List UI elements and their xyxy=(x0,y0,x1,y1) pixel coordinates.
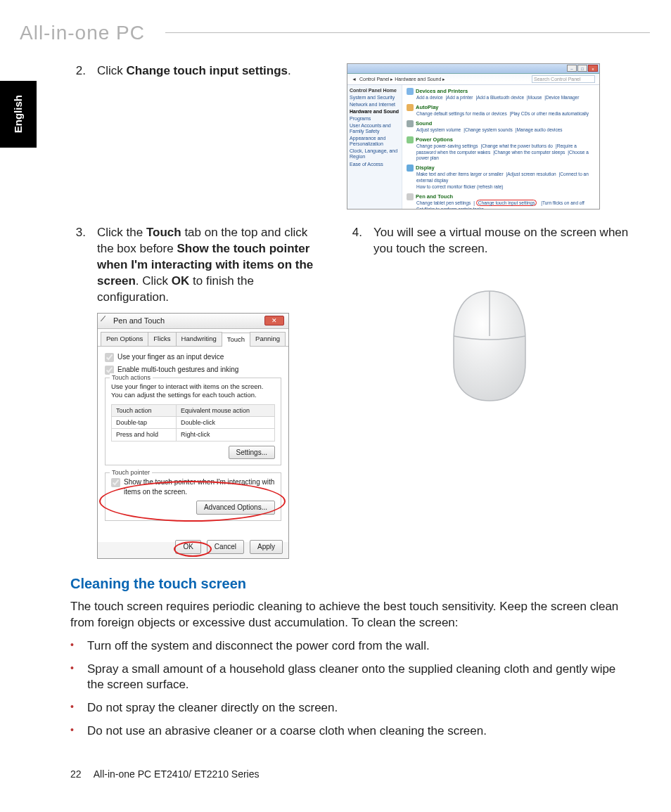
section-heading-cleaning: Cleaning the touch screen xyxy=(70,574,632,593)
dialog-titlebar: Pen and Touch ✕ xyxy=(98,314,288,329)
page-content: 2. Click Change touch input settings. – … xyxy=(70,63,632,747)
cleaning-bullets: Turn off the system and disconnect the p… xyxy=(70,638,632,740)
list-item: Do not spray the cleaner directly on the… xyxy=(70,700,632,716)
control-panel-screenshot: – □ x ◄ Control Panel ▸ Hardware and Sou… xyxy=(347,63,600,210)
sidebar: Control Panel Home System and Security N… xyxy=(347,85,402,209)
step-3: 3. Click the Touch tab on the top and cl… xyxy=(70,225,327,306)
touch-pointer-group: Touch pointer Show the touch pointer whe… xyxy=(105,472,281,521)
touch-actions-group: Touch actions Use your finger to interac… xyxy=(105,378,281,466)
close-icon: x xyxy=(588,65,598,72)
search-input: Search Control Panel xyxy=(532,75,595,83)
mouse-icon xyxy=(444,285,535,405)
page-footer: 22 All-in-one PC ET2410/ ET2210 Series xyxy=(70,768,260,781)
tab-pen-options: Pen Options xyxy=(101,332,148,346)
checkbox-finger-input: Use your finger as an input device xyxy=(105,352,281,362)
header-title: All-in-one PC xyxy=(20,20,145,46)
page-number: 22 xyxy=(70,768,82,780)
tab-touch: Touch xyxy=(222,333,250,347)
minimize-icon: – xyxy=(567,65,577,72)
back-icon: ◄ xyxy=(352,76,357,82)
advanced-options-button: Advanced Options... xyxy=(196,501,275,515)
pen-touch-dialog: Pen and Touch ✕ Pen Options Flicks Handw… xyxy=(97,313,289,559)
control-panel-main: Devices and Printers Add a device|Add a … xyxy=(402,85,599,209)
footer-model: All-in-one PC ET2410/ ET2210 Series xyxy=(94,768,260,780)
step-number: 3. xyxy=(70,225,86,306)
tab-panning: Panning xyxy=(250,332,286,346)
step-text: You will see a virtual mouse on the scre… xyxy=(373,225,632,257)
breadcrumb: ◄ Control Panel ▸ Hardware and Sound ▸ S… xyxy=(347,74,599,85)
ok-button: OK xyxy=(175,540,200,554)
step-2: 2. Click Change touch input settings. xyxy=(70,63,327,79)
tab-handwriting: Handwriting xyxy=(176,332,222,346)
step-number: 2. xyxy=(70,63,86,79)
list-item: Turn off the system and disconnect the p… xyxy=(70,638,632,655)
cancel-button: Cancel xyxy=(207,540,244,554)
step-4: 4. You will see a virtual mouse on the s… xyxy=(347,225,632,257)
tab-flicks: Flicks xyxy=(148,332,176,346)
checkbox-show-pointer: Show the touch pointer when I'm interact… xyxy=(111,477,275,496)
list-item: Do not use an abrasive cleaner or a coar… xyxy=(70,723,632,740)
tab-bar: Pen Options Flicks Handwriting Touch Pan… xyxy=(98,329,288,347)
maximize-icon: □ xyxy=(577,65,587,72)
language-tab: English xyxy=(0,81,37,148)
step-text: Click Change touch input settings. xyxy=(97,63,327,79)
header-rule xyxy=(165,32,650,33)
touch-actions-table: Touch actionEquivalent mouse action Doub… xyxy=(111,404,275,441)
cleaning-intro: The touch screen requires periodic clean… xyxy=(70,599,632,631)
step-text: Click the Touch tab on the top and click… xyxy=(97,225,327,306)
list-item: Spray a small amount of a household glas… xyxy=(70,662,632,694)
apply-button: Apply xyxy=(250,540,283,554)
close-icon: ✕ xyxy=(264,316,284,326)
pen-icon xyxy=(101,316,110,326)
settings-button: Settings... xyxy=(229,446,275,460)
step-number: 4. xyxy=(347,225,362,257)
window-titlebar: – □ x xyxy=(347,64,599,74)
highlighted-link: Change touch input settings xyxy=(476,200,537,206)
